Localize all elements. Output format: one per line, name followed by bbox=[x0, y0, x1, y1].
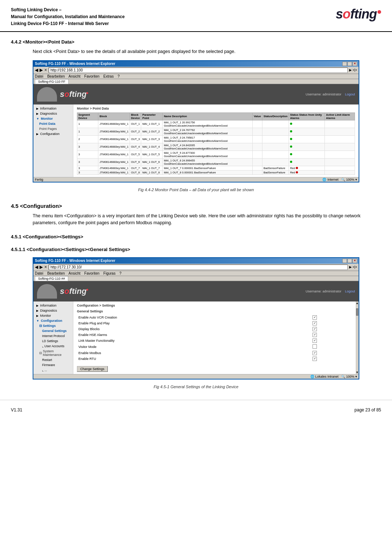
setting-checkbox[interactable] bbox=[313, 315, 317, 320]
section-442-para: Next click <Point Data> to see the detai… bbox=[33, 48, 370, 55]
scroll-up-button[interactable]: ▲ bbox=[356, 301, 359, 305]
sidebar2-diagnostics[interactable]: ▶ Diagnostics bbox=[33, 308, 73, 313]
change-settings-button[interactable]: Change Settings bbox=[77, 366, 108, 372]
web1-user-info: Username: administrator Logout bbox=[306, 93, 355, 96]
web1-device-image bbox=[37, 87, 57, 102]
arrow-icon: ▶ bbox=[36, 304, 38, 307]
stop-button[interactable]: ✕ bbox=[44, 265, 47, 269]
web2-header: softing Username: administrator Logout bbox=[33, 281, 359, 301]
logo-area: softing bbox=[336, 7, 381, 22]
menu-help2[interactable]: ? bbox=[119, 271, 122, 275]
setting-checkbox[interactable] bbox=[313, 351, 317, 355]
back-button[interactable]: ◀ bbox=[35, 264, 38, 270]
table-row: 3JTM06146883ey:MAI_1OUT_5MAI_1 OUT_5 MAI… bbox=[77, 151, 355, 158]
menu-bearbeiten[interactable]: Bearbeiten bbox=[47, 271, 65, 275]
sidebar2-system-maintenance[interactable]: ⊟ System Maintenance bbox=[33, 349, 73, 357]
browser1-title: Softing FG-110 FF - Windows Internet Exp… bbox=[35, 62, 115, 66]
screenshot-monitor-point-data: Softing FG-110 FF - Windows Internet Exp… bbox=[33, 60, 359, 182]
screenshot-general-settings: Softing FG-110 FF - Windows Internet Exp… bbox=[33, 257, 359, 379]
table-row: 1JTM06146883ey:MAI_1OUT_1MAI_1 OUT_1 MAI… bbox=[77, 120, 355, 128]
menu-help[interactable]: ? bbox=[118, 74, 120, 78]
setting-label: Enable RTU bbox=[77, 356, 311, 362]
menu-ansicht[interactable]: Ansicht bbox=[69, 74, 81, 78]
setting-checkbox[interactable] bbox=[313, 338, 317, 343]
scroll-indicator[interactable]: ▲ ▼ bbox=[356, 301, 359, 374]
setting-row: Link Master Functionality bbox=[77, 338, 352, 344]
setting-checkbox[interactable] bbox=[313, 321, 317, 325]
back-button[interactable]: ◀ bbox=[35, 67, 38, 73]
sidebar1-point-data[interactable]: Point Data bbox=[33, 121, 73, 126]
stop-button[interactable]: ✕ bbox=[44, 68, 47, 72]
setting-label: Enable Plug and Play bbox=[77, 320, 311, 326]
softing-logo: softing bbox=[336, 7, 381, 22]
minimize-button[interactable]: _ bbox=[342, 62, 347, 66]
status-icon bbox=[290, 161, 292, 163]
menu-favs[interactable]: Favoriten bbox=[84, 74, 99, 78]
sidebar2-settings[interactable]: ⊟ Settings bbox=[33, 323, 73, 328]
arrow-icon: ▼ bbox=[36, 319, 39, 323]
forward-button[interactable]: ▶ bbox=[40, 264, 43, 270]
web2-logout[interactable]: Logout bbox=[345, 290, 355, 293]
doc-body: 4.4.2 <Monitor><Point Data> Next click <… bbox=[0, 39, 392, 389]
section-45-para: The menu item <Configuration> is a very … bbox=[33, 213, 370, 227]
browser2-address-bar[interactable]: http://172.17.30.10/ bbox=[49, 264, 348, 270]
web1-logout[interactable]: Logout bbox=[345, 93, 355, 96]
col-value: Value bbox=[253, 112, 262, 120]
menu-favoriten[interactable]: Favoriten bbox=[84, 271, 99, 275]
scroll-down-button[interactable]: ▼ bbox=[356, 371, 359, 374]
table-row: 3JTM06146883ey:MAI_1OUT_6MAI_1 OUT_6 MAI… bbox=[77, 158, 355, 166]
forward-button[interactable]: ▶ bbox=[40, 67, 43, 73]
go-button[interactable]: ▶ ×|× bbox=[349, 265, 357, 269]
menu-datei[interactable]: Datei bbox=[35, 271, 43, 275]
maximize-button[interactable]: □ bbox=[347, 62, 352, 66]
sidebar2-restart[interactable]: Restart bbox=[33, 357, 73, 362]
browser2-tab[interactable]: Softing-FG-110 ## bbox=[35, 276, 68, 281]
browser2-content: softing Username: administrator Logout ▶… bbox=[33, 281, 359, 379]
web2-username: Username: administrator bbox=[306, 290, 342, 293]
setting-checkbox[interactable] bbox=[313, 333, 317, 337]
web2-device-image bbox=[37, 284, 57, 299]
close-button[interactable]: ✕ bbox=[352, 62, 357, 66]
browser1-tab[interactable]: Softing-FG-110 FF bbox=[35, 79, 69, 84]
sidebar1-point-pages[interactable]: Point Pages bbox=[33, 126, 73, 131]
sidebar2-monitor[interactable]: ▶ Monitor bbox=[33, 313, 73, 318]
menu-edit[interactable]: Bearbeiten bbox=[47, 74, 65, 78]
arrow-icon: ▼ bbox=[36, 117, 39, 120]
maximize-button[interactable]: □ bbox=[347, 259, 352, 263]
setting-checkbox[interactable] bbox=[313, 327, 317, 331]
sidebar2-ld-settings[interactable]: LD Settings bbox=[33, 338, 73, 344]
browser1-menubar: Datei Bearbeiten Ansicht Favoriten Extra… bbox=[33, 74, 359, 79]
status-icon bbox=[290, 138, 292, 140]
browser1-content: softing Username: administrator Logout ▶… bbox=[33, 84, 359, 182]
minimize-button[interactable]: _ bbox=[342, 259, 347, 263]
setting-checkbox[interactable] bbox=[313, 344, 317, 349]
sidebar1-diagnostics[interactable]: ▶ Diagnostics bbox=[33, 111, 73, 116]
sidebar2-more[interactable]: ⌞ ... bbox=[33, 368, 73, 373]
footer-page: page 23 of 85 bbox=[355, 407, 381, 413]
browser1-address-bar[interactable]: http://192.168.1.100 bbox=[49, 67, 348, 73]
doc-header: Softing Linking Device – Manual for Conf… bbox=[0, 0, 392, 32]
sidebar2-general-settings[interactable]: General Settings bbox=[33, 328, 73, 333]
sidebar2-information[interactable]: ▶ Information bbox=[33, 303, 73, 308]
menu-view[interactable]: Datei bbox=[35, 74, 43, 78]
sidebar1-monitor[interactable]: ▼ Monitor bbox=[33, 116, 73, 121]
table-row: 3JTM06146883ey:MAI_1OUT_8MAI_1 OUT_8 MAI… bbox=[77, 170, 355, 175]
menu-ansicht[interactable]: Ansicht bbox=[69, 271, 81, 275]
close-button[interactable]: ✕ bbox=[352, 259, 357, 263]
web1-username: Username: administrator bbox=[306, 93, 342, 96]
web1-main: Monitor > Point Data Segment Device Bloc… bbox=[73, 104, 359, 177]
fig-451-caption: Fig 4.5-1 General Settings of the Linkin… bbox=[33, 385, 359, 389]
col-segment: Segment Device bbox=[77, 112, 98, 120]
scroll-thumb[interactable] bbox=[356, 308, 358, 316]
go-button[interactable]: ▶ ×|× bbox=[349, 68, 357, 72]
sidebar2-configuration[interactable]: ▼ Configuration bbox=[33, 318, 73, 323]
setting-checkbox[interactable] bbox=[313, 357, 317, 361]
menu-extras[interactable]: Extras bbox=[103, 74, 114, 78]
sidebar2-internet-protocol[interactable]: Internet Protocol bbox=[33, 333, 73, 338]
web2-layout: ▶ Information ▶ Diagnostics ▶ Monitor ▼ … bbox=[33, 301, 359, 374]
sidebar1-information[interactable]: ▶ Information bbox=[33, 106, 73, 111]
sidebar2-user-accounts[interactable]: ⌞ User Accounts bbox=[33, 344, 73, 349]
sidebar1-configuration[interactable]: ▶ Configuration bbox=[33, 131, 73, 136]
sidebar2-firmware[interactable]: Firmware bbox=[33, 362, 73, 368]
menu-figuras[interactable]: Figuras bbox=[103, 271, 115, 275]
